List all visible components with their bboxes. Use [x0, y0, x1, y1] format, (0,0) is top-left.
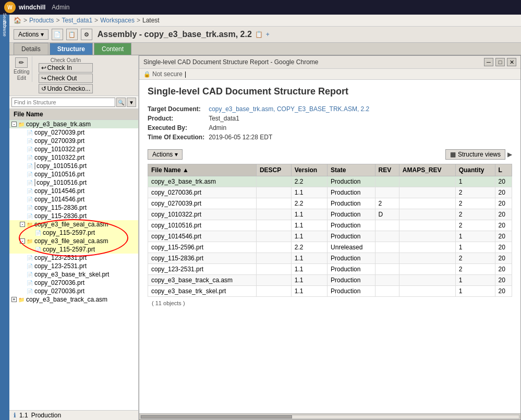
table-row[interactable]: copy_115-2596.prt2.2Unreleased120 [148, 242, 512, 253]
toolbar-icon-3[interactable]: ⚙ [81, 29, 92, 40]
breadcrumb-products[interactable]: Products [29, 17, 54, 24]
minimize-button[interactable]: ─ [484, 58, 493, 66]
target-label: Target Document: [148, 104, 209, 114]
tree-toggle-root[interactable]: - [11, 122, 17, 127]
col-header-amaps[interactable]: AMAPS_REV [399, 164, 455, 176]
structure-views-button[interactable]: ▦ Structure views [445, 149, 505, 160]
list-item[interactable]: 📄 copy_115-2836.prt [9, 212, 138, 220]
table-row[interactable]: copy_123-2531.prt1.1Production220 [148, 264, 512, 275]
breadcrumb-home[interactable]: 🏠 [14, 17, 21, 24]
dialog-title: Single-level CAD Document Structure Repo… [143, 58, 318, 66]
undo-icon: ↺ [41, 85, 46, 92]
scrollbar-thumb[interactable] [141, 415, 292, 418]
table-row[interactable]: copy_1014546.prt1.1Production120 [148, 231, 512, 242]
copy-icon[interactable]: 📋 [255, 31, 263, 38]
col-header-version[interactable]: Version [291, 164, 327, 176]
checkout-button[interactable]: ↪ Check Out [39, 74, 93, 83]
col-header-l[interactable]: L [495, 164, 512, 176]
table-row[interactable]: copy_e3_base_trk.asm2.2Production120 [148, 176, 512, 187]
logo-icon: W [4, 2, 16, 13]
tree-item-label: copy_1010322.prt [34, 154, 84, 161]
checkin-button[interactable]: ↩ Check In [39, 63, 93, 73]
edit-button[interactable]: ✏ [15, 57, 28, 68]
horizontal-scrollbar[interactable] [139, 413, 520, 419]
page-title: Assembly - copy_e3_base_trk.asm, 2.2 [98, 30, 252, 39]
list-item[interactable]: 📄 copy_1010516.prt [9, 162, 138, 170]
table-row[interactable]: copy_1010322.prt1.1ProductionD220 [148, 209, 512, 220]
close-button[interactable]: ✕ [507, 58, 516, 66]
tree-toggle-asm1[interactable]: - [20, 222, 25, 227]
table-row[interactable]: copy_1010516.prt1.1Production220 [148, 220, 512, 231]
actions-button[interactable]: Actions ▾ [14, 29, 49, 40]
table-row[interactable]: copy_e3_base_trk_skel.prt1.1Production12… [148, 286, 512, 297]
list-item[interactable]: 📄 copy_0270039.prt [9, 137, 138, 145]
list-item[interactable]: 📄 copy_1010516.prt [9, 178, 138, 187]
time-value: 2019-06-05 12:28 EDT [209, 133, 373, 142]
left-bottom-bar: ℹ 1.1 Production [9, 410, 138, 420]
filter-button[interactable]: ▼ [127, 98, 136, 107]
col-header-descp[interactable]: DESCP [256, 164, 291, 176]
list-item[interactable]: - 📁 copy_e3_file_seal_ca.asm [9, 237, 138, 245]
report-actions-button[interactable]: Actions ▾ [148, 149, 183, 160]
sidebar-browse-icon[interactable]: Browse [1, 25, 8, 32]
report-toolbar: Actions ▾ ▦ Structure views ▶ [148, 149, 512, 160]
table-row[interactable]: copy_e3_base_track_ca.asm1.1Production12… [148, 275, 512, 286]
prt-icon: 📄 [26, 287, 33, 295]
table-row[interactable]: copy_115-2836.prt1.1Production220 [148, 253, 512, 264]
search-input[interactable] [11, 98, 115, 107]
tree-toggle-bottom[interactable]: + [11, 297, 17, 302]
list-item[interactable]: 📄 copy_115-2597.prt [9, 245, 138, 254]
prt-icon: 📄 [34, 229, 42, 236]
tree-item-label: copy_e3_base_trk_skel.prt [34, 271, 109, 278]
not-secure-label: Not secure [152, 70, 183, 78]
tree-toggle-asm2[interactable]: - [20, 238, 25, 244]
executed-value: Admin [209, 123, 373, 133]
list-item[interactable]: 📄 copy_1014546.prt [9, 195, 138, 203]
report-table: File Name ▲ DESCP Version State REV AMAP… [148, 164, 512, 297]
scrollbar-track[interactable] [140, 415, 519, 419]
list-item[interactable]: 📄 copy_0270039.prt [9, 128, 138, 137]
prt-icon: 📄 [26, 271, 33, 278]
checkout-buttons: ↩ Check In ↪ Check Out ↺ Undo Checko... [39, 63, 93, 93]
list-item[interactable]: 📄 copy_123-2531.prt [9, 262, 138, 270]
list-item[interactable]: 📄 copy_1010516.prt [9, 170, 138, 178]
tree-item-bottom-asm[interactable]: + 📁 copy_e3_base_track_ca.asm [9, 295, 138, 304]
prt-icon: 📄 [26, 254, 33, 261]
tab-details[interactable]: Details [14, 43, 49, 55]
tree-item-label: copy_0270036.prt [34, 279, 84, 286]
search-button[interactable]: 🔍 [116, 98, 126, 107]
list-item[interactable]: 📄 copy_0270036.prt [9, 287, 138, 295]
list-item[interactable]: 📄 copy_0270036.prt [9, 279, 138, 287]
tabs-bar: Details Structure Content [9, 43, 521, 55]
undo-checkout-button[interactable]: ↺ Undo Checko... [39, 84, 93, 93]
right-panel: Single-level CAD Document Structure Repo… [139, 55, 521, 420]
add-icon[interactable]: + [266, 31, 270, 38]
tab-structure[interactable]: Structure [50, 43, 93, 55]
list-item[interactable]: 📄 copy_1014546.prt [9, 187, 138, 195]
table-row[interactable]: copy_0270036.prt1.1Production220 [148, 187, 512, 198]
tab-content[interactable]: Content [94, 43, 131, 55]
tree-item-label: copy_1014546.prt [34, 196, 84, 203]
checkout-section: Check Out/In ↩ Check In ↪ Check Out [37, 56, 95, 94]
breadcrumb-workspaces[interactable]: Workspaces [100, 17, 135, 24]
list-item[interactable]: 📄 copy_1010322.prt [9, 153, 138, 162]
col-header-qty[interactable]: Quantity [455, 164, 495, 176]
list-item[interactable]: 📄 copy_1010322.prt [9, 145, 138, 153]
list-item[interactable]: 📄 copy_e3_base_trk_skel.prt [9, 270, 138, 279]
col-header-rev[interactable]: REV [375, 164, 399, 176]
col-header-filename[interactable]: File Name ▲ [148, 164, 257, 176]
list-item[interactable]: - 📁 copy_e3_file_seal_ca.asm [9, 220, 138, 229]
list-item[interactable]: 📄 copy_123-2531.prt [9, 254, 138, 262]
toolbar-icon-1[interactable]: 📄 [52, 29, 63, 40]
breadcrumb-test-data1[interactable]: Test_data1 [62, 17, 92, 24]
list-item[interactable]: 📄 copy_115-2836.prt [9, 203, 138, 212]
state-value: Production [31, 412, 61, 419]
table-row[interactable]: copy_0270039.prt2.2Production2220 [148, 198, 512, 209]
list-item[interactable]: 📄 copy_115-2597.prt [9, 229, 138, 237]
version-value: 1.1 [19, 412, 28, 419]
tree-item-label: copy_123-2531.prt [34, 262, 87, 270]
toolbar-icon-2[interactable]: 📋 [66, 29, 78, 40]
tree-item-root[interactable]: - 📁 copy_e3_base_trk.asm [9, 120, 138, 128]
maximize-button[interactable]: □ [495, 58, 505, 66]
col-header-state[interactable]: State [328, 164, 375, 176]
